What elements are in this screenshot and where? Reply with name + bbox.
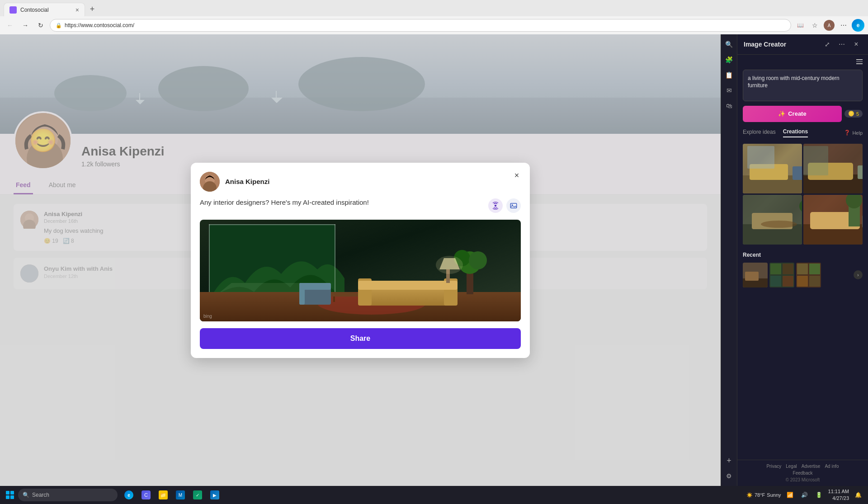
tab-creations[interactable]: Creations	[783, 128, 808, 137]
panel-content: a living room with mid-century modern fu…	[737, 55, 868, 460]
help-label: Help	[852, 130, 863, 136]
taskbar-sys-icons: 📶 🔊 🔋	[784, 489, 826, 501]
taskbar-copilot-app[interactable]: C	[138, 487, 154, 503]
svg-rect-72	[770, 276, 781, 287]
grid-image-4[interactable]	[803, 195, 863, 245]
advertise-link[interactable]: Advertise	[802, 464, 821, 469]
hamburger-menu[interactable]	[856, 59, 863, 64]
taskbar-weather: ☀️ 78°F Sunny	[746, 492, 781, 498]
taskbar-explorer-app[interactable]: 📁	[156, 487, 171, 503]
svg-rect-63	[862, 215, 863, 228]
recent-nav-button[interactable]: ›	[854, 270, 863, 279]
edge-search-icon[interactable]: 🔍	[723, 38, 736, 51]
panel-close-button[interactable]: ×	[851, 39, 862, 50]
modal-close-button[interactable]: ×	[510, 170, 523, 182]
svg-rect-24	[335, 224, 335, 301]
image-creator-panel: Image Creator ⤢ ⋯ × a living room with m…	[737, 34, 868, 486]
refresh-button[interactable]: ↻	[34, 19, 47, 32]
taskbar-search-bar[interactable]: 🔍 Search	[18, 489, 118, 501]
panel-popout-button[interactable]: ⤢	[822, 39, 833, 50]
grid-image-3[interactable]	[743, 195, 802, 245]
prompt-area[interactable]: a living room with mid-century modern fu…	[743, 70, 863, 101]
modal-overlay: Anisa Kipenzi Any interior designers? He…	[0, 34, 721, 486]
svg-point-57	[761, 221, 797, 228]
taskbar-store-app[interactable]: M	[173, 487, 188, 503]
create-button[interactable]: ✨ Create	[743, 106, 842, 122]
panel-title: Image Creator	[744, 41, 818, 48]
recent-item-3[interactable]	[796, 263, 821, 287]
taskbar-time[interactable]: 11:11 AM 4/27/23	[828, 488, 849, 502]
recent-item-2[interactable]	[769, 263, 794, 287]
modal-post-area: Any interior designers? Here's my AI-cre…	[200, 198, 521, 213]
taskbar-edge-app[interactable]: e	[121, 487, 137, 503]
weather-icon: ☀️	[746, 492, 753, 498]
taskbar-media-app[interactable]: ▶	[207, 487, 222, 503]
browser-tab-contosocial[interactable]: Contosocial ×	[4, 3, 85, 16]
grid-image-2[interactable]	[803, 144, 863, 193]
volume-icon[interactable]: 🔊	[798, 489, 811, 501]
svg-rect-29	[333, 297, 335, 302]
modal-interior-image: bing	[200, 220, 521, 321]
new-tab-button[interactable]: +	[86, 3, 99, 15]
extensions-button[interactable]: ⋯	[837, 19, 850, 32]
svg-point-41	[469, 251, 487, 269]
boost-count: 5	[856, 111, 859, 117]
recent-item-1[interactable]	[743, 263, 768, 287]
privacy-link[interactable]: Privacy	[766, 464, 781, 469]
taskbar-search-text: Search	[32, 492, 49, 498]
svg-rect-71	[783, 264, 793, 274]
start-button[interactable]	[4, 489, 16, 501]
account-button[interactable]: A	[823, 19, 835, 32]
modal-dialog: Anisa Kipenzi Any interior designers? He…	[191, 163, 530, 358]
broadcast-icon[interactable]	[488, 198, 503, 213]
weather-condition: Sunny	[767, 492, 781, 498]
weather-temp: 78°F	[755, 492, 765, 498]
bing-watermark: bing	[203, 314, 212, 319]
edge-mail-icon[interactable]: ✉	[723, 84, 736, 97]
notification-button[interactable]: 🔔	[852, 489, 864, 501]
tab-favicon	[9, 6, 17, 14]
tab-explore[interactable]: Explore ideas	[743, 129, 776, 137]
image-grid	[743, 144, 863, 245]
tab-close-button[interactable]: ×	[75, 6, 79, 14]
feedback-link[interactable]: Feedback	[793, 471, 813, 476]
edge-add-icon[interactable]: +	[723, 454, 736, 467]
back-button[interactable]: ←	[4, 19, 16, 32]
svg-rect-34	[358, 281, 458, 290]
svg-rect-48	[747, 146, 774, 169]
create-icon: ✨	[778, 110, 785, 117]
edge-logo: e	[852, 19, 864, 32]
help-circle-icon: ❓	[844, 130, 850, 136]
help-button[interactable]: ❓ Help	[844, 130, 863, 136]
address-bar[interactable]: 🔒 https://www.contosocial.com/	[50, 19, 791, 32]
edge-feed-icon[interactable]: 📋	[723, 69, 736, 81]
edge-settings-icon[interactable]: ⚙	[723, 470, 736, 482]
modal-header: Anisa Kipenzi	[200, 172, 521, 192]
footer-feedback-row: Feedback	[743, 471, 863, 476]
hamburger-area	[743, 59, 863, 64]
edge-shopping-icon[interactable]: 🛍	[723, 99, 736, 112]
forward-button[interactable]: →	[19, 19, 32, 32]
footer-links-row: Privacy Legal Advertise Ad info	[743, 464, 863, 469]
modal-post-icons	[488, 198, 521, 213]
svg-rect-53	[803, 146, 828, 175]
svg-rect-37	[299, 283, 305, 305]
social-page: Anisa Kipenzi 1.2k followers Feed About …	[0, 34, 721, 486]
prompt-text: a living room with mid-century modern fu…	[748, 75, 858, 90]
edge-extensions-icon[interactable]: 🧩	[723, 53, 736, 66]
svg-point-17	[495, 204, 497, 207]
share-button[interactable]: Share	[200, 328, 521, 349]
image-icon[interactable]	[506, 198, 521, 213]
svg-point-43	[436, 256, 463, 274]
legal-link[interactable]: Legal	[786, 464, 797, 469]
ad-info-link[interactable]: Ad info	[825, 464, 839, 469]
taskbar-edge-app2[interactable]: ✓	[190, 487, 205, 503]
panel-more-button[interactable]: ⋯	[836, 39, 847, 50]
read-mode-button[interactable]: 📖	[794, 19, 807, 32]
battery-icon[interactable]: 🔋	[813, 489, 826, 501]
footer-copyright: © 2023 Microsoft	[743, 477, 863, 482]
taskbar: 🔍 Search e C 📁 M ✓ ▶ ☀️ 78°F Sunny 📶 �	[0, 486, 868, 504]
network-icon[interactable]: 📶	[784, 489, 797, 501]
grid-image-1[interactable]	[743, 144, 802, 193]
favorites-button[interactable]: ☆	[808, 19, 821, 32]
